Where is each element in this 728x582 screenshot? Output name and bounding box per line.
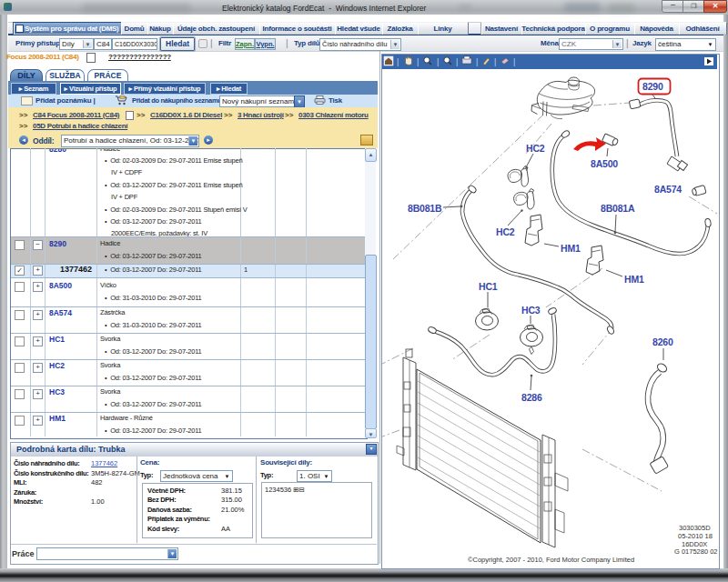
- svg-text:8A574: 8A574: [654, 184, 682, 195]
- svg-text:G 0175280 02: G 0175280 02: [674, 547, 718, 556]
- svg-text:HC2: HC2: [526, 143, 545, 154]
- svg-text:|: |: [494, 57, 496, 66]
- svg-text:HC1: HC1: [479, 281, 498, 292]
- svg-text:|: |: [417, 57, 419, 66]
- svg-text:8A500: 8A500: [591, 158, 618, 169]
- svg-text:|: |: [437, 57, 439, 66]
- svg-text:|: |: [397, 57, 399, 66]
- svg-text:3030305D: 3030305D: [679, 524, 711, 532]
- svg-text:|: |: [513, 57, 515, 66]
- svg-text:8B081B: 8B081B: [408, 203, 442, 214]
- svg-text:8286: 8286: [521, 392, 542, 403]
- svg-text:8290: 8290: [642, 81, 663, 92]
- svg-text:HC3: HC3: [521, 305, 541, 316]
- svg-text:|: |: [476, 57, 478, 66]
- svg-text:HM1: HM1: [624, 274, 644, 285]
- svg-text:HM1: HM1: [561, 243, 581, 254]
- svg-text:©Copyright, 2007 - 2010, Ford: ©Copyright, 2007 - 2010, Ford Motor Comp…: [468, 556, 634, 564]
- svg-text:HC2: HC2: [496, 226, 515, 237]
- svg-text:8B081A: 8B081A: [601, 203, 635, 214]
- svg-text:|: |: [456, 57, 458, 66]
- svg-text:8260: 8260: [652, 336, 673, 347]
